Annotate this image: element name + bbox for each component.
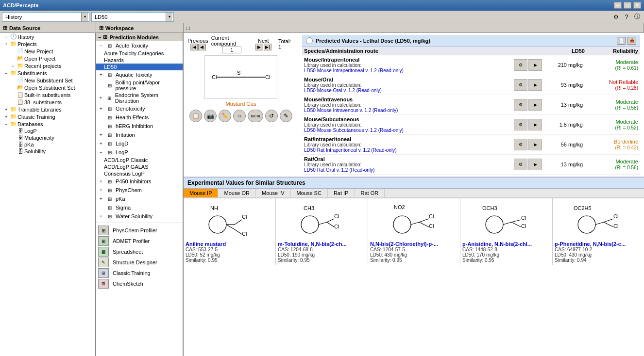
inchi-tool-btn[interactable]: InChI [248,110,263,122]
tree-item-classic-training[interactable]: + 📁 Classic Training [0,113,95,120]
pred-expand-geno[interactable]: + [98,106,104,111]
tree-item-38-sub[interactable]: 📋 38_substituents [0,98,95,106]
pred-chemsketch[interactable]: ⊞ ChemSketch [96,278,183,289]
pred-acute-categories[interactable]: Acute Toxicity Categories [96,50,183,57]
train-btn[interactable]: ▶ [528,139,542,150]
tree-item-recent-projects[interactable]: − 📁 Recent projects [0,62,95,69]
configure-btn[interactable]: ⚙ [514,119,527,130]
pred-irritation[interactable]: + ⊞ Irritation [96,130,183,139]
minimize-button[interactable]: — [614,2,622,9]
pred-admet-profiler[interactable]: ⊞ ADMET Profiler [96,236,183,246]
first-button[interactable]: |◀ [190,44,198,50]
tab-mouse-or[interactable]: Mouse OR [218,189,256,197]
tree-expand-substituents[interactable]: − [3,71,10,76]
configure-btn[interactable]: ⚙ [514,79,527,91]
pred-sigma[interactable]: ⊞ Sigma [96,203,183,212]
tree-item-mutagenicity-db[interactable]: 🗄 Mutagenicity [0,134,95,141]
exp-result-item[interactable]: ClClOC2H5 p-Phenetidine, N,N-bis(2-c... … [553,198,644,265]
train-btn[interactable]: ▶ [528,59,542,71]
pred-pka[interactable]: + ⊞ pKa [96,194,183,203]
pred-logd[interactable]: + ⊞ LogD [96,139,183,148]
tree-expand-recent[interactable]: − [10,64,17,68]
last-button[interactable]: ▶| [264,44,271,50]
pred-consensus-logp[interactable]: Consensus LogP [96,170,183,177]
pred-expand-logp[interactable]: − [98,150,104,155]
info-icon[interactable]: ⓘ [632,12,642,22]
tree-expand-classic[interactable]: + [3,114,10,119]
pred-expand-endocrine[interactable]: + [98,96,103,100]
exp-result-item[interactable]: ClClOCH3 p-Anisidine, N,N-bis(2-chl... C… [460,198,553,265]
tree-item-projects[interactable]: + 📁 Projects [0,40,95,48]
exp-result-item[interactable]: ClClNH Aniline mustard CAS: 553-27-5 LD5… [184,198,276,265]
tree-item-new-project[interactable]: 📄 New Project [0,48,95,55]
pred-genotoxicity[interactable]: + ⊞ Genotoxicity [96,104,183,113]
pred-physchem[interactable]: + ⊞ PhysChem [96,186,183,194]
pred-herg[interactable]: ⊞ hERG Inhibition [96,122,183,130]
pred-spreadsheet[interactable]: ▦ Spreadsheet [96,246,183,257]
tab-mouse-sc[interactable]: Mouse SC [291,189,328,197]
tab-rat-ip[interactable]: Rat IP [328,189,355,197]
tree-item-new-sub-set[interactable]: 📄 New Substituent Set [0,77,95,84]
radio-button[interactable] [306,37,313,44]
pred-ld50[interactable]: LD50 [96,64,183,70]
pred-p450[interactable]: + ⊞ P450 Inhibitors [96,177,183,186]
pred-health-effects[interactable]: ⊞ Health Effects [96,113,183,122]
configure-btn[interactable]: ⚙ [514,59,527,71]
pred-acute-toxicity[interactable]: − ⊞ Acute Toxicity [96,41,183,50]
tree-item-substituents[interactable]: − 📁 Substituents [0,69,95,77]
pred-expand-pka[interactable]: + [98,196,104,201]
image-tool-btn[interactable]: 📷 [204,110,217,122]
history-dropdown[interactable]: History ▾ [2,12,89,22]
pred-expand-physchem[interactable]: + [98,188,104,193]
tree-item-trainable[interactable]: + 📁 Trainable Libraries [0,106,95,113]
exp-result-item[interactable]: ClClNO2 N,N-bis(2-Chloroethyl)-p-... CAS… [368,198,460,265]
pred-hazards[interactable]: Hazards [96,57,183,64]
pdf-icon[interactable]: 📄 [617,37,626,45]
tree-item-pka-db[interactable]: 🗄 pKa [0,141,95,148]
pred-collapse-icon[interactable]: − [98,34,101,40]
tree-item-databases[interactable]: − 📁 Databases [0,120,95,128]
pred-expand-irritation[interactable]: + [98,132,104,137]
ld50-dropdown-arrow[interactable]: ▾ [166,13,172,21]
edit-tool-btn[interactable]: ✏️ [219,110,231,122]
ld50-dropdown[interactable]: LD50 ▾ [91,12,174,22]
tree-expand-projects[interactable]: + [3,42,10,47]
tree-item-open-project[interactable]: 📂 Open Project [0,55,95,62]
current-input[interactable] [222,47,241,53]
pred-aquatic-toxicity[interactable]: + ⊞ Aquatic Toxicity [96,70,183,79]
pred-boiling-point[interactable]: ⊞ Boiling point/Vapor pressure [96,79,183,92]
pred-expand-logd[interactable]: + [98,141,104,146]
pred-expand-p450[interactable]: + [98,179,104,184]
configure-btn[interactable]: ⚙ [514,139,527,150]
tree-item-builtin-sub[interactable]: 📋 Built-in substituents [0,91,95,98]
export-icon[interactable]: 📤 [627,37,636,45]
pred-logp-galas[interactable]: ACD/LogP GALAS [96,163,183,170]
pred-endocrine[interactable]: + ⊞ Endocrine System Disruption [96,92,183,104]
rotate-tool-btn[interactable]: ↺ [265,110,278,122]
tree-item-open-sub-set[interactable]: 📂 Open Substituent Set [0,84,95,91]
history-dropdown-arrow[interactable]: ▾ [81,13,88,21]
pred-water-solubility[interactable]: + ⊞ Water Solubility [96,212,183,221]
train-btn[interactable]: ▶ [528,99,542,111]
next-button[interactable]: ▶ [255,44,263,50]
tree-expand-databases[interactable]: − [3,122,10,127]
tab-mouse-ip[interactable]: Mouse IP [184,189,218,197]
nav-expand-icon[interactable]: □ [186,25,190,31]
train-btn[interactable]: ▶ [528,119,542,130]
close-button[interactable]: ✕ [633,2,641,9]
tree-item-solubility-db[interactable]: 🗄 Solubility [0,148,95,155]
pred-expand-aquatic[interactable]: + [98,72,104,77]
train-btn[interactable]: ▶ [528,159,542,170]
pred-structure-designer[interactable]: ✎ Structure Designer [96,257,183,268]
copy-tool-btn[interactable]: 📋 [189,110,202,122]
pred-expand-watersolubility[interactable]: + [98,214,104,219]
pred-expand-acute[interactable]: − [98,43,104,48]
face-tool-btn[interactable]: ○ [233,110,246,122]
tab-rat-or[interactable]: Rat OR [355,189,385,197]
train-btn[interactable]: ▶ [528,79,542,91]
configure-btn[interactable]: ⚙ [514,159,527,170]
tree-item-history[interactable]: − 🕐 History [0,33,95,40]
exp-result-item[interactable]: ClClCH3 m-Toluidine, N,N-bis(2-ch... CAS… [276,198,368,265]
tree-expand-trainable[interactable]: + [3,107,10,112]
settings-icon[interactable]: ⚙ [611,12,621,22]
